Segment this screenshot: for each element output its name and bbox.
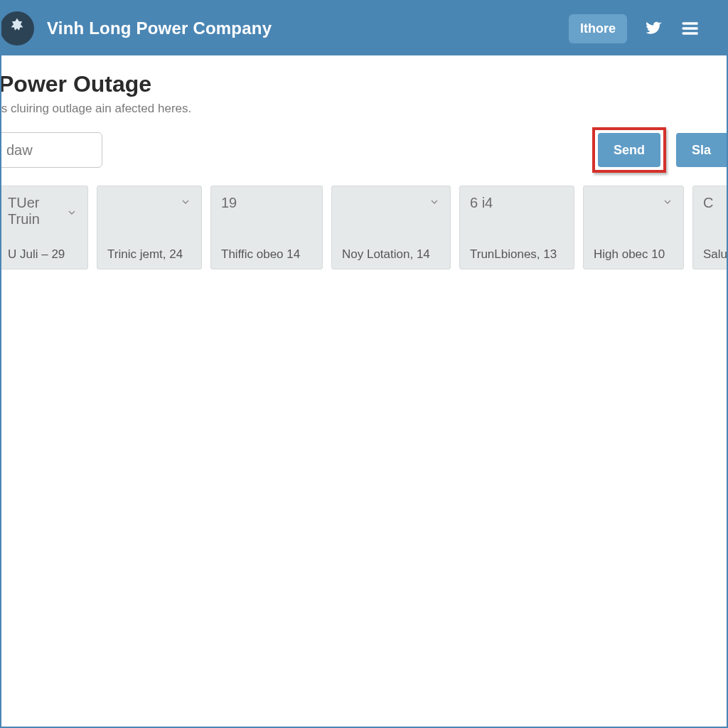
card[interactable]: Trinic jemt, 24 [97,186,202,269]
card-bottom-label: Noy Lotation, 14 [342,247,440,262]
card[interactable]: TUer Truin U Juli – 29 [0,186,88,269]
secondary-button[interactable]: Sla [676,133,727,167]
card[interactable]: C Saluniby. 1 [692,186,728,269]
chevron-down-icon [429,195,440,206]
card[interactable]: 6 i4 TrunLbiones, 13 [459,186,574,269]
company-logo [0,11,34,46]
svg-point-5 [682,33,683,34]
card[interactable]: Noy Lotation, 14 [331,186,451,269]
card-top-label: TUer Truin [8,195,66,228]
cards-row: TUer Truin U Juli – 29 Trinic jemt, 24 1… [0,186,727,269]
card-top-label: C [703,195,713,211]
card[interactable]: High obec 10 [583,186,684,269]
search-input[interactable] [0,132,102,168]
search-row: Send Sla [1,127,727,173]
card-top-label: 6 i4 [470,195,493,211]
app-header: Vinh Long Power Company Ithore [1,1,727,55]
card-bottom-label: TrunLbiones, 13 [470,247,564,262]
brand-title: Vinh Long Power Company [47,18,272,38]
card-bottom-label: High obec 10 [594,247,673,262]
card-bottom-label: Thiffic obeo 14 [221,247,312,262]
card-bottom-label: U Juli – 29 [8,247,77,262]
bird-icon[interactable] [643,18,664,39]
chevron-down-icon [662,195,673,206]
card[interactable]: 19 Thiffic obeo 14 [210,186,323,269]
card-bottom-label: Saluniby. 1 [703,247,728,262]
page-subtitle: is cluiring outlage ain afected heres. [0,102,727,116]
page-title: Power Outage [0,71,727,97]
page-title-block: Power Outage [0,55,727,97]
chevron-down-icon [180,195,191,206]
chevron-down-icon [66,205,77,217]
nav-button[interactable]: Ithore [569,14,627,43]
card-bottom-label: Trinic jemt, 24 [107,247,191,262]
svg-point-3 [682,23,683,24]
send-highlight: Send [592,127,666,173]
send-button[interactable]: Send [598,133,660,167]
menu-icon[interactable] [680,18,701,39]
svg-point-4 [682,28,683,29]
card-top-label: 19 [221,195,237,211]
